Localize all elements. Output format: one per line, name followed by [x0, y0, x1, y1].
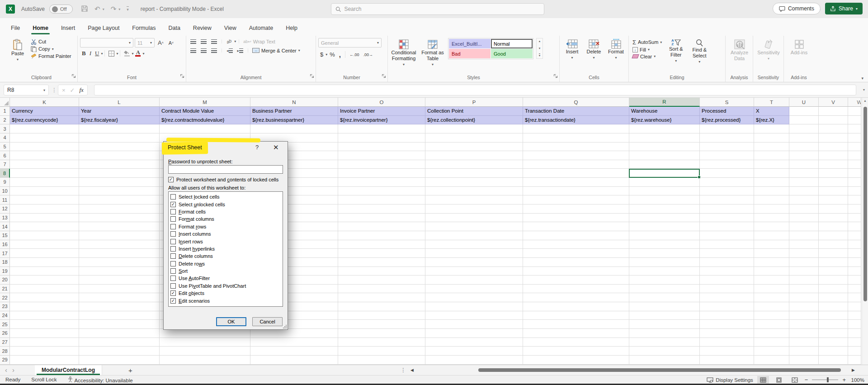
cell-L2[interactable]: ${rez.fiscalyear}: [79, 116, 160, 125]
zoom-slider-thumb[interactable]: [827, 377, 829, 382]
cell-K14[interactable]: [10, 222, 79, 231]
cell-style-bad[interactable]: Bad: [449, 49, 491, 58]
currency-caret-icon[interactable]: ▾: [326, 52, 327, 57]
cell-U9[interactable]: [789, 178, 819, 187]
cell-W11[interactable]: [848, 195, 861, 204]
cell-S27[interactable]: [700, 338, 754, 347]
cell-R7[interactable]: [629, 160, 700, 169]
font-name-combo[interactable]: ▾: [80, 38, 133, 48]
format-cells-button[interactable]: Format ▾: [606, 38, 627, 61]
cell-W4[interactable]: [848, 133, 861, 143]
customize-quick-access-icon[interactable]: ▾: [127, 6, 129, 12]
cell-P14[interactable]: [425, 222, 523, 231]
cell-N26[interactable]: [250, 329, 338, 338]
cell-K1[interactable]: Currency: [10, 107, 79, 116]
cell-R11[interactable]: [629, 195, 700, 204]
cell-P10[interactable]: [425, 187, 523, 196]
cell-S28[interactable]: [700, 347, 754, 356]
cell-O24[interactable]: [338, 311, 425, 320]
cell-V10[interactable]: [819, 187, 848, 196]
cell-P24[interactable]: [425, 311, 523, 320]
cell-P2[interactable]: ${rez.collectionpoint}: [425, 116, 523, 125]
cell-K29[interactable]: [10, 356, 79, 365]
cell-L13[interactable]: [79, 214, 160, 223]
cell-O18[interactable]: [338, 258, 425, 267]
cell-T18[interactable]: [754, 258, 789, 267]
row-header-14[interactable]: 14: [0, 222, 10, 231]
cell-Q18[interactable]: [523, 258, 629, 267]
cell-K5[interactable]: [10, 143, 79, 152]
cell-W8[interactable]: [848, 169, 861, 178]
ribbon-tab-page-layout[interactable]: Page Layout: [81, 21, 126, 36]
share-button[interactable]: Share ▾: [825, 3, 863, 14]
cell-W6[interactable]: [848, 151, 861, 160]
insert-function-icon[interactable]: fx: [80, 86, 84, 94]
permission-delete-rows[interactable]: Delete rows: [170, 260, 282, 267]
cell-Q9[interactable]: [523, 178, 629, 187]
column-header-S[interactable]: S: [700, 98, 754, 107]
cell-T21[interactable]: [754, 285, 789, 294]
gallery-up-icon[interactable]: ▴: [539, 39, 541, 43]
cell-L18[interactable]: [79, 258, 160, 267]
cell-T19[interactable]: [754, 267, 789, 276]
cell-U25[interactable]: [789, 320, 819, 329]
dialog-titlebar[interactable]: Protect Sheet: [164, 142, 288, 153]
row-header-15[interactable]: 15: [0, 231, 10, 240]
align-center-icon[interactable]: [199, 48, 208, 54]
cell-L26[interactable]: [79, 329, 160, 338]
cell-W26[interactable]: [848, 329, 861, 338]
cell-Q22[interactable]: [523, 293, 629, 302]
cell-K16[interactable]: [10, 240, 79, 249]
cell-M27[interactable]: [160, 338, 250, 347]
cell-U24[interactable]: [789, 311, 819, 320]
redo-caret-icon[interactable]: ▾: [118, 7, 120, 11]
cell-W21[interactable]: [848, 285, 861, 294]
cell-T11[interactable]: [754, 195, 789, 204]
cell-R20[interactable]: [629, 276, 700, 285]
orientation-icon[interactable]: ab: [224, 37, 234, 46]
cell-Q17[interactable]: [523, 249, 629, 258]
row-header-16[interactable]: 16: [0, 240, 10, 249]
cell-R13[interactable]: [629, 214, 700, 223]
copy-button[interactable]: Copy ▾: [29, 45, 73, 52]
permission-use-pivottable-and-pivotchart[interactable]: Use PivotTable and PivotChart: [170, 282, 282, 290]
cell-K13[interactable]: [10, 214, 79, 223]
cell-L23[interactable]: [79, 302, 160, 311]
decrease-decimal-icon[interactable]: .00→: [362, 52, 375, 58]
cell-L28[interactable]: [79, 347, 160, 356]
cell-W7[interactable]: [848, 160, 861, 169]
column-header-T[interactable]: T: [754, 98, 789, 107]
row-header-3[interactable]: 3: [0, 124, 10, 133]
cell-W28[interactable]: [848, 347, 861, 356]
cell-S12[interactable]: [700, 204, 754, 214]
cell-W27[interactable]: [848, 338, 861, 347]
permission-insert-hyperlinks[interactable]: Insert hyperlinks: [170, 245, 282, 252]
cell-style-normal[interactable]: Normal: [491, 39, 533, 48]
permission-delete-columns[interactable]: Delete columns: [170, 252, 282, 260]
cell-W23[interactable]: [848, 302, 861, 311]
cell-U26[interactable]: [789, 329, 819, 338]
fill-color-icon[interactable]: [122, 50, 132, 57]
increase-decimal-icon[interactable]: ←.00: [348, 52, 361, 58]
sheet-tab[interactable]: ModularContractLog: [35, 365, 102, 375]
row-header-9[interactable]: 9: [0, 178, 10, 187]
cell-K12[interactable]: [10, 204, 79, 214]
clear-button[interactable]: Clear ▾: [631, 53, 663, 60]
percent-format-icon[interactable]: %: [328, 50, 337, 59]
cell-S18[interactable]: [700, 258, 754, 267]
cell-Q2[interactable]: ${rez.transactiondate}: [523, 116, 629, 125]
row-header-7[interactable]: 7: [0, 160, 10, 169]
align-left-icon[interactable]: [189, 48, 198, 54]
cell-W3[interactable]: [848, 124, 861, 133]
undo-caret-icon[interactable]: ▾: [103, 7, 104, 11]
cell-S7[interactable]: [700, 160, 754, 169]
cell-S24[interactable]: [700, 311, 754, 320]
cell-R26[interactable]: [629, 329, 700, 338]
cell-L4[interactable]: [79, 133, 160, 143]
permission-select-locked-cells[interactable]: Select locked cells: [170, 193, 282, 200]
row-header-2[interactable]: 2: [0, 116, 10, 125]
horizontal-scroll-thumb[interactable]: [478, 368, 841, 372]
cell-W12[interactable]: [848, 204, 861, 214]
cell-P11[interactable]: [425, 195, 523, 204]
name-box[interactable]: R8▾: [4, 85, 49, 95]
